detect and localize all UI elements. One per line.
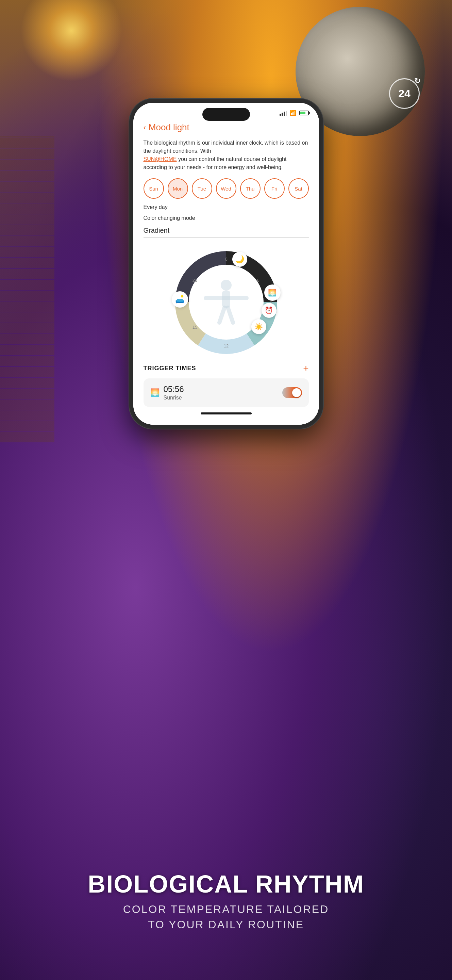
status-bar: 📶 — [133, 103, 319, 119]
day-wed[interactable]: Wed — [216, 178, 236, 199]
svg-text:0: 0 — [225, 256, 227, 262]
badge-24: 24 ↻ — [389, 78, 420, 109]
trigger-left: 🌅 05:56 Sunrise — [150, 385, 184, 401]
trigger-card: 🌅 05:56 Sunrise — [144, 379, 309, 407]
signal-bar-3 — [284, 111, 285, 116]
trigger-sunrise-icon: 🌅 — [150, 388, 160, 397]
brand-link[interactable]: SUN@HOME — [144, 156, 177, 162]
trigger-header: TRIGGER TIMES + — [144, 363, 309, 373]
color-mode-dropdown[interactable]: Gradient — [144, 224, 309, 237]
sun-clock-icon[interactable]: ☀️ — [251, 319, 266, 334]
trigger-name: Sunrise — [163, 395, 184, 401]
badge-24-number: 24 — [398, 88, 411, 100]
trigger-title: TRIGGER TIMES — [144, 365, 196, 372]
signal-bar-2 — [282, 113, 283, 116]
battery-fill — [300, 111, 305, 115]
sunrise-clock-icon[interactable]: 🌅 — [264, 285, 281, 301]
add-trigger-button[interactable]: + — [303, 363, 308, 373]
day-fri[interactable]: Fri — [264, 178, 285, 199]
svg-text:21: 21 — [192, 278, 197, 283]
moon-icon: 🌙 — [232, 252, 247, 267]
toggle-knob — [292, 388, 301, 397]
clock-container: 0 3 12 18 6 9 21 15 — [168, 244, 284, 360]
every-day-label: Every day — [144, 204, 309, 210]
status-icons: 📶 — [279, 110, 309, 116]
svg-point-9 — [221, 280, 232, 291]
day-thu[interactable]: Thu — [240, 178, 260, 199]
home-indicator — [201, 412, 252, 414]
battery-icon — [299, 111, 309, 115]
app-content: ‹ Mood light The biological rhythm is ou… — [133, 119, 319, 425]
bio-subtitle: COLOR TEMPERATURE TAILOREDTO YOUR DAILY … — [21, 902, 431, 932]
day-tue[interactable]: Tue — [192, 178, 212, 199]
back-arrow[interactable]: ‹ — [144, 123, 146, 132]
day-selector: Sun Mon Tue Wed Thu Fri Sat — [144, 178, 309, 199]
description-text: The biological rhythm is our individual … — [144, 139, 309, 172]
svg-text:15: 15 — [192, 325, 197, 330]
svg-text:12: 12 — [224, 343, 228, 348]
app-header: ‹ Mood light — [144, 119, 309, 133]
trigger-toggle[interactable] — [282, 387, 302, 398]
trigger-section: TRIGGER TIMES + 🌅 05:56 Sunrise — [144, 363, 309, 407]
signal-bar-4 — [286, 111, 287, 116]
signal-bars — [279, 110, 287, 116]
trigger-info: 05:56 Sunrise — [163, 385, 184, 401]
badge-24-arrow: ↻ — [414, 76, 420, 86]
day-sun[interactable]: Sun — [144, 178, 164, 199]
day-mon[interactable]: Mon — [168, 178, 188, 199]
trigger-time: 05:56 — [163, 385, 184, 394]
wifi-icon: 📶 — [290, 110, 297, 116]
trigger-row: 🌅 05:56 Sunrise — [150, 385, 302, 401]
alarm-icon[interactable]: ⏰ — [262, 303, 276, 318]
page-title: Mood light — [149, 122, 189, 133]
bottom-text-section: BIOLOGICAL RHYTHM COLOR TEMPERATURE TAIL… — [0, 871, 452, 932]
phone-frame: 📶 ‹ Mood light The biological rhythm is … — [129, 99, 323, 429]
day-sat[interactable]: Sat — [289, 178, 309, 199]
sofa-icon: 🛋️ — [172, 291, 188, 308]
brick-texture — [0, 136, 54, 442]
bio-title: BIOLOGICAL RHYTHM — [21, 871, 431, 898]
svg-text:6: 6 — [257, 278, 259, 283]
color-mode-label: Color changing mode — [144, 215, 309, 221]
phone-outer: 📶 ‹ Mood light The biological rhythm is … — [129, 99, 323, 429]
dynamic-island — [202, 108, 250, 121]
phone-inner: 📶 ‹ Mood light The biological rhythm is … — [133, 103, 319, 425]
signal-bar-1 — [279, 114, 281, 116]
